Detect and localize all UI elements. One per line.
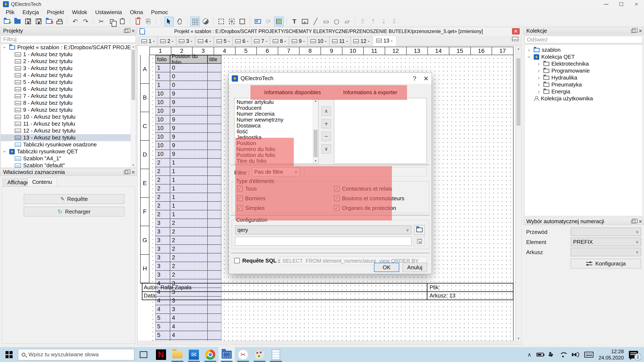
template-item[interactable]: Szablon "default" (1, 162, 136, 168)
restore-button[interactable] (614, 0, 629, 8)
taskbar-app-file-explorer[interactable] (169, 347, 186, 362)
export-info-list[interactable] (334, 98, 426, 164)
text-tool-icon[interactable]: T (290, 17, 299, 26)
close-file-icon[interactable] (44, 17, 54, 26)
sql-checkbox[interactable]: Requête SQL : (234, 257, 280, 264)
save-as-icon[interactable] (34, 17, 43, 26)
folio-tab[interactable]: 4 - (195, 36, 214, 45)
move-up-button[interactable]: ∧ (322, 106, 331, 116)
collection-category-item[interactable]: › Pneumatyka (524, 81, 643, 88)
task-view-icon[interactable] (140, 351, 147, 358)
menu-item[interactable]: Ustawienia (91, 9, 126, 15)
list-scrollbar[interactable]: ▲ ▼ (313, 98, 318, 163)
folio-tab[interactable]: 10 - (308, 36, 329, 45)
numbering-combobox[interactable]: PREFIX∨ (571, 238, 641, 246)
collection-qet-item[interactable]: › Kolekcja QET (524, 53, 643, 60)
float-panel-icon[interactable] (631, 29, 635, 33)
titleblock[interactable]: Autor: Rafał Zapała Plik: Data: Arkusz: … (142, 283, 514, 300)
taskbar-app-netflix[interactable]: N (153, 347, 169, 362)
zoom-fit-icon[interactable] (216, 17, 226, 26)
mdi-close-icon[interactable]: ✕ (512, 28, 520, 34)
titleblock-tool-icon[interactable] (253, 17, 263, 26)
sheet-item[interactable]: 12 - Arkusz bez tytułu (1, 127, 136, 134)
sheet-item[interactable]: 6 - Arkusz bez tytułu (1, 86, 136, 92)
embedded-titleblocks-item[interactable]: Tabliczki rysunkowe osadzone (1, 141, 136, 148)
konfiguracja-button[interactable]: Konfiguracja (571, 259, 641, 268)
float-panel-icon[interactable] (124, 29, 128, 33)
close-panel-icon[interactable]: × (132, 169, 135, 175)
recharger-button[interactable]: ↻ Recharger (24, 207, 124, 216)
requete-button[interactable]: ✎ Requête (24, 194, 124, 204)
ellipse-tool-icon[interactable]: ○ (332, 17, 341, 26)
terminal-strip-tool-icon[interactable] (274, 17, 284, 26)
numbering-combobox[interactable]: ∨ (571, 228, 641, 236)
list-item[interactable]: Producent (234, 105, 318, 111)
move-down-button[interactable]: ∨ (322, 144, 331, 154)
titleblock-group-item[interactable]: › Tabliczki rysunkowe QET (1, 148, 136, 155)
menu-item[interactable]: Widok (68, 9, 91, 15)
dialog-help-icon[interactable]: ? (413, 75, 416, 82)
line-tool-icon[interactable]: ╱ (311, 17, 320, 26)
battery-icon[interactable] (536, 353, 544, 357)
add-button[interactable]: + (322, 119, 331, 128)
collapse-icon[interactable]: › (536, 82, 541, 88)
open-project-icon[interactable] (13, 17, 22, 26)
taskbar-app-qet-files[interactable] (218, 347, 235, 362)
taskbar-app-chrome[interactable] (202, 347, 218, 362)
collapse-icon[interactable]: › (526, 47, 532, 53)
select-tool-icon[interactable] (164, 17, 174, 26)
collection-category-item[interactable]: › Programowanie (524, 67, 643, 74)
save-icon[interactable] (23, 17, 33, 26)
polygon-tool-icon[interactable]: ▱ (342, 17, 352, 26)
clock[interactable]: 12:28 24.05.2020 (598, 348, 624, 361)
taskbar-search[interactable]: Wpisz tu wyszukiwane słowa (18, 349, 134, 360)
folio-tab[interactable]: 12 - (350, 36, 372, 45)
tab-contenu[interactable]: Contenu (27, 178, 57, 186)
float-panel-icon[interactable] (631, 220, 635, 223)
configuration-combobox[interactable]: qery∨ (235, 226, 412, 234)
sheet-item[interactable]: 11 - Arkusz bez tytułu (1, 120, 136, 127)
taskbar-app-notepad[interactable] (268, 347, 284, 362)
antialiasing-toggle-icon[interactable] (201, 17, 210, 26)
zoom-page-icon[interactable] (238, 17, 247, 26)
projects-filter-input[interactable] (1, 35, 136, 43)
ok-button[interactable]: OK (374, 263, 399, 272)
collapse-icon[interactable]: › (536, 75, 541, 81)
sheet-item[interactable]: 7 - Arkusz bez tytułu (1, 92, 136, 99)
expand-icon[interactable]: › (2, 45, 8, 50)
dropbox-icon[interactable] (549, 352, 554, 357)
sheet-item[interactable]: 1 - Arkusz bez tytułu (1, 51, 136, 58)
pan-tool-icon[interactable] (175, 17, 184, 26)
paste-icon[interactable] (118, 17, 127, 26)
folio-tab[interactable]: 3 - (176, 36, 195, 45)
close-button[interactable]: × (629, 0, 644, 8)
folio-tab[interactable]: 9 - (289, 36, 308, 45)
minimize-button[interactable] (598, 0, 614, 8)
sheet-item[interactable]: 4 - Arkusz bez tytułu (1, 72, 136, 79)
folio-tab[interactable]: 1 - (139, 36, 158, 45)
remove-button[interactable]: − (322, 132, 331, 141)
menu-item[interactable]: Plik (2, 9, 18, 15)
folio-tab[interactable]: 5 - (214, 36, 232, 45)
menu-item[interactable]: Projekt (43, 9, 68, 15)
start-button-icon[interactable] (6, 351, 13, 358)
taskbar-app-paint[interactable] (251, 347, 268, 362)
close-panel-icon[interactable]: × (639, 28, 642, 34)
grid-toggle-icon[interactable] (190, 17, 200, 26)
collection-category-item[interactable]: › Elektrotechnika (524, 60, 643, 67)
folio-tab[interactable]: 6 - (232, 36, 251, 45)
configuration-name-input[interactable] (235, 237, 412, 246)
paste-special-icon[interactable]: ⎘ (144, 17, 153, 26)
sheet-item[interactable]: 3 - Arkusz bez tytułu (1, 65, 136, 72)
template-item[interactable]: Szablon "A4_1" (1, 155, 136, 162)
collection-user-item[interactable]: Kolekcja użytkownika (524, 95, 643, 102)
wifi-icon[interactable] (559, 352, 567, 357)
collection-szablon-item[interactable]: › szablon (524, 46, 643, 53)
open-configuration-icon[interactable] (414, 225, 425, 235)
folio-tab-active[interactable]: 13 - (372, 35, 396, 46)
send-backward-icon[interactable]: ⇩ (389, 17, 399, 26)
dialog-close-icon[interactable]: ✕ (424, 75, 429, 82)
folio-tab[interactable]: 11 - (329, 36, 350, 45)
folio-tab[interactable]: 2 - (158, 36, 176, 45)
list-item[interactable]: Numer zlecenia (234, 111, 318, 117)
